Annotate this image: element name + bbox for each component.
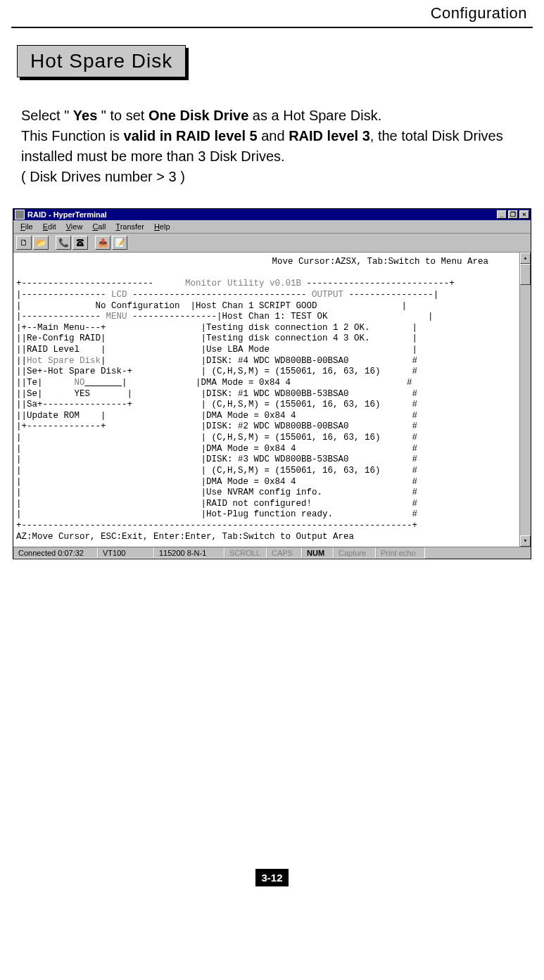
term-line: | | (C,H,S,M) = (155061, 16, 63, 16) #: [16, 466, 417, 476]
status-settings: 115200 8-N-1: [154, 547, 224, 559]
body-text: Select " Yes " to set One Disk Drive as …: [11, 106, 533, 187]
menu-edit[interactable]: Edit: [39, 222, 61, 231]
app-icon: [15, 210, 25, 219]
term-line: ||RAID Level | |Use LBA Mode |: [16, 345, 417, 355]
bold-raid3: RAID level 3: [289, 128, 370, 144]
bold-one-disk-drive: One Disk Drive: [148, 108, 248, 123]
text-fragment: and: [258, 128, 289, 144]
term-line: | No Configuration |Host Chan 1 SCRIPT G…: [16, 301, 407, 311]
term-line-gray: MENU: [106, 312, 127, 322]
term-line: | |RAID not configured! #: [16, 499, 417, 509]
term-line: | | (C,H,S,M) = (155061, 16, 63, 16) #: [16, 433, 417, 443]
page-number: 3-12: [255, 869, 288, 886]
term-line-gray: LCD: [111, 290, 127, 300]
term-line: | |DMA Mode = 0x84 4 #: [16, 444, 417, 454]
page-header: Configuration: [11, 0, 533, 27]
term-line-gray: OUTPUT: [312, 290, 343, 300]
term-line: ||: [16, 356, 27, 366]
term-line: | |DMA Mode = 0x84 4 #: [122, 378, 412, 388]
text-fragment: as a Hot Spare Disk.: [248, 108, 381, 123]
menu-file[interactable]: File: [16, 222, 37, 231]
term-line: |+--------------+ |DISK: #2 WDC WD800BB-…: [16, 421, 417, 431]
bold-raid5: valid in RAID level 5: [124, 128, 258, 144]
term-line: | |DMA Mode = 0x84 4 #: [16, 477, 417, 487]
term-line-gray: Monitor Utility v0.01B: [153, 279, 307, 288]
term-line: ||Se+-Hot Spare Disk-+ | (C,H,S,M) = (15…: [16, 367, 417, 376]
toolbar-new-icon[interactable]: 🗋: [16, 236, 32, 250]
toolbar-open-icon[interactable]: 📂: [33, 236, 49, 250]
status-caps: CAPS: [267, 547, 302, 559]
menu-hot-spare-disk[interactable]: Hot Spare Disk: [27, 356, 101, 366]
term-line: | |DISK: #3 WDC WD800BB-53BSA0 #: [16, 454, 417, 464]
paragraph-2: This Function is valid in RAID level 5 a…: [21, 126, 527, 167]
hyperterminal-window: RAID - HyperTerminal _ ❐ × File Edit Vie…: [13, 208, 531, 559]
option-no[interactable]: NO: [75, 378, 85, 388]
menubar: File Edit View Call Transfer Help: [13, 220, 531, 234]
header-rule: [11, 27, 533, 28]
term-line: ||Update ROM | |DMA Mode = 0x84 4 #: [16, 411, 417, 421]
term-line: ----------------|Host Chan 1: TEST OK |: [127, 312, 434, 322]
status-emulation: VT100: [98, 547, 154, 559]
status-scroll: SCROLL: [224, 547, 267, 559]
scroll-down-icon[interactable]: ▾: [520, 535, 531, 547]
paragraph-3: ( Disk Drives number > 3 ): [21, 167, 527, 187]
term-line: |----------------: [16, 290, 111, 300]
toolbar-send-icon[interactable]: 📤: [95, 236, 110, 250]
term-line: +---------------------------------------…: [16, 521, 417, 530]
term-line: ||Re-Config RAID| |Testing disk connecti…: [16, 333, 417, 343]
maximize-button[interactable]: ❐: [508, 210, 518, 219]
term-line: ---------------------------------: [127, 290, 312, 300]
menu-call[interactable]: Call: [88, 222, 110, 231]
text-fragment: This Function is: [21, 128, 124, 144]
close-button[interactable]: ×: [519, 210, 529, 219]
toolbar: 🗋 📂 📞 🕿 📤 📝: [13, 234, 531, 253]
term-cursor: [85, 378, 122, 388]
bold-yes: Yes: [73, 108, 97, 123]
section-title-box: Hot Spare Disk: [17, 45, 186, 77]
cursor-hint: Move Cursor:AZSX, Tab:Switch to Menu Are…: [16, 257, 517, 268]
term-line: ----------------|: [343, 290, 438, 300]
terminal-content[interactable]: Move Cursor:AZSX, Tab:Switch to Menu Are…: [13, 253, 519, 547]
term-line: | |Use NVRAM config info. #: [16, 488, 417, 497]
section-title: Hot Spare Disk: [17, 45, 186, 77]
minimize-button[interactable]: _: [497, 210, 507, 219]
term-line: ||Te|: [16, 378, 75, 388]
term-line: | |DISK: #4 WDC WD800BB-00BSA0 #: [101, 356, 417, 366]
status-print-echo: Print echo: [376, 547, 425, 559]
status-connected: Connected 0:07:32: [13, 547, 98, 559]
term-line: |---------------: [16, 312, 106, 322]
scroll-thumb[interactable]: [520, 264, 531, 285]
term-line: |+--Main Menu---+ |Testing disk connecti…: [16, 323, 417, 333]
text-fragment: Select ": [21, 108, 73, 123]
term-line: +-------------------------: [16, 279, 153, 288]
window-title: RAID - HyperTerminal: [27, 210, 107, 219]
scroll-up-icon[interactable]: ▴: [520, 253, 531, 264]
text-fragment: " to set: [97, 108, 148, 123]
toolbar-properties-icon[interactable]: 📝: [112, 236, 127, 250]
menu-view[interactable]: View: [62, 222, 87, 231]
status-capture: Capture: [334, 547, 376, 559]
paragraph-1: Select " Yes " to set One Disk Drive as …: [21, 106, 527, 126]
menu-help[interactable]: Help: [150, 222, 175, 231]
status-num: NUM: [302, 547, 334, 559]
toolbar-disconnect-icon[interactable]: 🕿: [72, 236, 88, 250]
menu-transfer[interactable]: Transfer: [111, 222, 148, 231]
term-line: ||Se| YES | |DISK: #1 WDC WD800BB-53BSA0…: [16, 389, 417, 399]
toolbar-connect-icon[interactable]: 📞: [56, 236, 71, 250]
term-line: | |Hot-Plug function ready. #: [16, 509, 417, 519]
term-footer: AZ:Move Cursor, ESC:Exit, Enter:Enter, T…: [16, 532, 354, 542]
vertical-scrollbar[interactable]: ▴ ▾: [519, 253, 531, 547]
status-bar: Connected 0:07:32 VT100 115200 8-N-1 SCR…: [13, 547, 531, 559]
window-titlebar[interactable]: RAID - HyperTerminal _ ❐ ×: [13, 209, 531, 220]
term-line: ||Sa+----------------+ | (C,H,S,M) = (15…: [16, 400, 417, 409]
term-line: ---------------------------+: [307, 279, 455, 288]
